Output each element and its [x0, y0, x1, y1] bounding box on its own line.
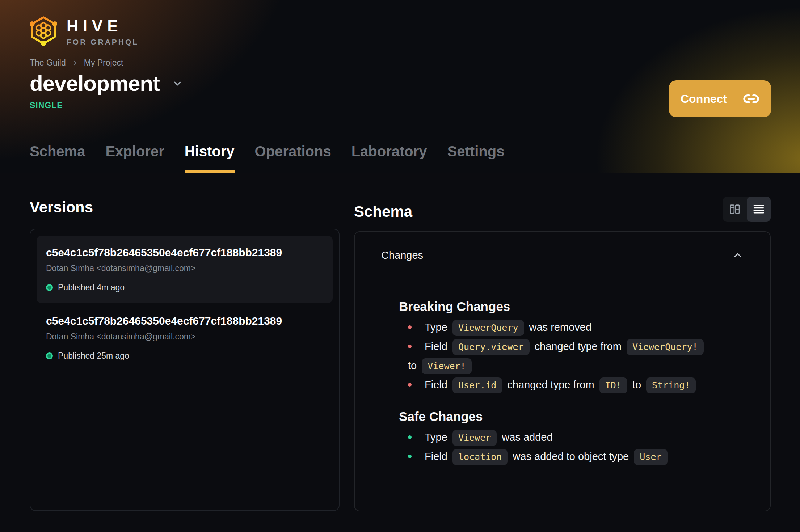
connect-button[interactable]: Connect: [669, 80, 771, 117]
change-text: Type: [425, 431, 450, 443]
tab-explorer[interactable]: Explorer: [105, 143, 164, 173]
columns-icon: [729, 203, 741, 215]
code-chip: Query.viewer: [452, 339, 530, 355]
code-chip: User.id: [452, 377, 502, 393]
version-author: Dotan Simha <dotansimha@gmail.com>: [46, 263, 323, 273]
safe-changes-list: Type Viewer was addedField location was …: [408, 428, 744, 466]
page-title: development: [30, 71, 160, 96]
hive-logo[interactable]: HIVE FOR GRAPHQL: [29, 13, 139, 48]
hive-hexagon-icon: [29, 13, 58, 48]
published-dot-icon: [46, 284, 53, 291]
hive-app: HIVE FOR GRAPHQL The Guild My Project de…: [0, 0, 800, 532]
change-text: was added to object type: [510, 451, 632, 462]
breaking-bullet-icon: [408, 345, 412, 348]
change-text: Field: [425, 451, 450, 462]
code-chip: ID!: [599, 377, 627, 393]
chevron-up-icon: [732, 249, 744, 261]
brand-name: HIVE: [67, 18, 139, 34]
change-text: Type: [425, 321, 450, 333]
change-text: changed type from: [504, 379, 597, 390]
schema-heading: Schema: [354, 201, 412, 223]
breadcrumb-org[interactable]: The Guild: [30, 58, 66, 68]
code-chip: location: [452, 449, 508, 465]
safe-bullet-icon: [408, 435, 412, 439]
view-toggle-group: [723, 197, 771, 222]
logo-text: HIVE FOR GRAPHQL: [67, 13, 139, 48]
tab-bar: Schema Explorer History Operations Labor…: [30, 143, 504, 173]
change-item: Type Viewer was added: [408, 428, 744, 447]
version-item[interactable]: c5e4c1c5f78b26465350e4ecf677cf188bb21389…: [37, 304, 333, 372]
tab-operations[interactable]: Operations: [255, 143, 331, 173]
version-hash: c5e4c1c5f78b26465350e4ecf677cf188bb21389: [46, 315, 323, 327]
collapse-changes-button[interactable]: [732, 249, 744, 261]
change-text: was added: [499, 431, 552, 443]
breaking-changes-group: Breaking Changes Type ViewerQuery was re…: [381, 298, 744, 394]
code-chip: Viewer: [452, 430, 497, 446]
change-item: Type ViewerQuery was removed: [408, 318, 744, 337]
safe-changes-heading: Safe Changes: [399, 408, 744, 425]
breaking-bullet-icon: [408, 383, 412, 387]
list-view-button[interactable]: [747, 197, 771, 222]
target-selector-button[interactable]: [172, 78, 183, 89]
chevron-down-icon: [172, 78, 183, 89]
chevron-right-icon: [72, 60, 78, 66]
breaking-changes-list: Type ViewerQuery was removedField Query.…: [408, 318, 744, 394]
connect-button-label: Connect: [681, 92, 727, 106]
version-status: Published 25m ago: [46, 351, 323, 361]
breadcrumb-project[interactable]: My Project: [84, 58, 123, 68]
version-status-text: Published 25m ago: [58, 351, 129, 361]
tab-schema[interactable]: Schema: [30, 143, 85, 173]
code-chip: String!: [646, 377, 696, 393]
breaking-bullet-icon: [408, 325, 412, 329]
changes-panel: Changes Breaking Changes Type ViewerQuer…: [354, 231, 771, 511]
change-item: Field Query.viewer changed type from Vie…: [408, 337, 744, 375]
version-status: Published 4m ago: [46, 283, 323, 292]
code-chip: Viewer!: [422, 358, 471, 374]
change-text: to: [408, 360, 420, 371]
tab-laboratory[interactable]: Laboratory: [351, 143, 427, 173]
safe-changes-group: Safe Changes Type Viewer was addedField …: [381, 408, 744, 466]
versions-list: c5e4c1c5f78b26465350e4ecf677cf188bb21389…: [30, 229, 340, 511]
target-title-row: development: [30, 71, 183, 96]
versions-heading: Versions: [30, 197, 340, 218]
tab-settings[interactable]: Settings: [447, 143, 505, 173]
main-content: Versions c5e4c1c5f78b26465350e4ecf677cf1…: [0, 173, 800, 511]
change-item: Field location was added to object type …: [408, 447, 744, 466]
tab-history[interactable]: History: [185, 143, 235, 173]
target-mode-badge: SINGLE: [30, 101, 63, 110]
code-chip: User: [634, 449, 667, 465]
change-text: Field: [425, 379, 450, 390]
versions-section: Versions c5e4c1c5f78b26465350e4ecf677cf1…: [30, 197, 340, 511]
schema-section: Schema: [354, 197, 771, 511]
brand-tagline: FOR GRAPHQL: [67, 38, 139, 46]
changes-panel-header: Changes: [381, 248, 744, 262]
link-icon: [743, 90, 759, 107]
schema-header-row: Schema: [354, 197, 771, 223]
change-text: Field: [425, 341, 450, 352]
change-text: was removed: [526, 321, 592, 333]
version-author: Dotan Simha <dotansimha@gmail.com>: [46, 332, 323, 342]
breadcrumb: The Guild My Project: [30, 58, 123, 68]
version-status-text: Published 4m ago: [58, 283, 125, 292]
list-icon: [753, 203, 765, 215]
code-chip: ViewerQuery: [452, 320, 524, 336]
change-text: to: [630, 379, 644, 390]
header: HIVE FOR GRAPHQL The Guild My Project de…: [0, 0, 800, 173]
published-dot-icon: [46, 352, 53, 359]
breaking-changes-heading: Breaking Changes: [399, 298, 744, 315]
change-text: changed type from: [532, 341, 624, 352]
changes-title: Changes: [381, 248, 423, 262]
version-item[interactable]: c5e4c1c5f78b26465350e4ecf677cf188bb21389…: [37, 236, 333, 303]
code-chip: ViewerQuery!: [627, 339, 704, 355]
version-hash: c5e4c1c5f78b26465350e4ecf677cf188bb21389: [46, 246, 323, 259]
safe-bullet-icon: [408, 455, 412, 458]
change-item: Field User.id changed type from ID! to S…: [408, 375, 744, 394]
columns-view-button[interactable]: [723, 197, 747, 222]
